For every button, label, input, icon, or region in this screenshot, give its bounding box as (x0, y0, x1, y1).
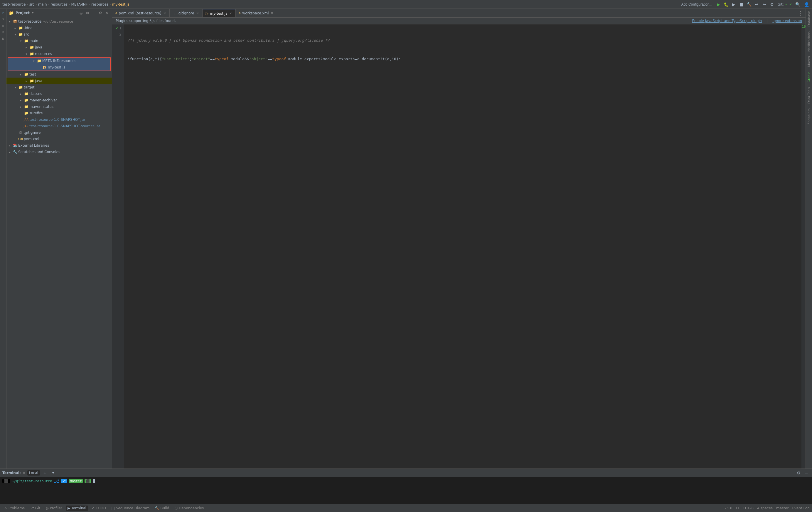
terminal-close-icon[interactable]: ✕ (23, 471, 26, 475)
status-indent[interactable]: 4 spaces (757, 506, 773, 510)
tree-item-test[interactable]: 📁 test (6, 71, 112, 78)
tree-item-metainf[interactable]: 📁 META-INF.resources (8, 58, 110, 64)
code-content[interactable]: /*! jQuery v3.6.0 | (c) OpenJS Foundatio… (124, 24, 802, 468)
tab-gitignore[interactable]: ⋮ .gitignore ✕ (170, 9, 203, 17)
tree-item-jar1[interactable]: JAR test-resource-1.0-SNAPSHOT.jar (6, 116, 112, 123)
right-tab-endpoints[interactable]: Endpoints (806, 106, 812, 127)
tab-close-gitignore[interactable]: ✕ (196, 11, 199, 15)
status-branch[interactable]: master (776, 506, 788, 510)
breadcrumb-src[interactable]: src (29, 2, 35, 6)
tree-item-surefire[interactable]: 📁 surefire (6, 110, 112, 116)
git-check2: ✓ (789, 2, 792, 6)
tree-settings-icon[interactable]: ⚙ (98, 10, 103, 16)
project-sidebar-btn[interactable]: P (0, 10, 6, 16)
tree-item-classes[interactable]: 📁 classes (6, 90, 112, 97)
breadcrumb-resources2[interactable]: resources (91, 2, 108, 6)
tab-my-test-js[interactable]: JS my-test.js ✕ (203, 9, 236, 17)
run-with-coverage-button[interactable]: ▶ (730, 1, 737, 8)
tree-item-ext-libs[interactable]: 📚 External Libraries (6, 142, 112, 149)
terminal-settings-icon[interactable]: ⚙ (795, 470, 802, 476)
bookmarks-sidebar-btn[interactable]: B (0, 23, 6, 29)
search-button[interactable]: 🔍 (794, 1, 801, 8)
tab-workspace-xml[interactable]: X workspace.xml ✕ (236, 9, 277, 17)
bottom-tab-build[interactable]: 🔨 Build (153, 506, 171, 511)
tree-item-gitignore[interactable]: GI .gitignore (6, 129, 112, 136)
structure-sidebar-btn[interactable]: S (0, 17, 6, 22)
tree-arrow-main (19, 39, 23, 43)
tab-icon-workspace: X (239, 11, 241, 15)
bottom-tab-problems[interactable]: ⚠ Problems (2, 506, 26, 511)
tree-item-scratches[interactable]: 🔧 Scratches and Consoles (6, 149, 112, 155)
user-icon[interactable]: 👤 (803, 1, 810, 8)
bottom-tab-profiler[interactable]: ◎ Profiler (44, 506, 64, 511)
settings-button[interactable]: ⚙ (768, 1, 775, 8)
tab-close-pom[interactable]: ✕ (163, 11, 167, 15)
status-line[interactable]: 2:18 (725, 506, 732, 510)
tree-item-src[interactable]: 📁 src (6, 31, 112, 37)
stop-button[interactable]: ■ (738, 1, 745, 8)
tree-item-test-java[interactable]: 📁 java (6, 78, 112, 84)
right-tab-notifications[interactable]: Notifications (806, 29, 812, 54)
undo-button[interactable]: ↩ (753, 1, 760, 8)
terminal-add-tab[interactable]: + (42, 470, 48, 476)
breadcrumb-metainf[interactable]: META-INF (71, 2, 88, 6)
tree-item-java1[interactable]: 📁 java (6, 44, 112, 51)
bottom-tab-todo[interactable]: ✓ TODO (90, 506, 108, 511)
tree-item-main[interactable]: 📁 main (6, 37, 112, 44)
breadcrumb-root[interactable]: test-resource (2, 2, 26, 6)
status-charset[interactable]: UTF-8 (743, 506, 754, 510)
tree-arrow-metainf (32, 59, 36, 63)
right-tab-database[interactable]: Database (806, 9, 812, 29)
code-string-2c: "object" (249, 57, 268, 61)
status-encoding[interactable]: LF (736, 506, 740, 510)
add-configuration-button[interactable]: Add Configuration... (679, 2, 714, 7)
profiler-icon: ◎ (46, 506, 49, 510)
tree-item-idea[interactable]: 📁 .idea (6, 25, 112, 31)
enable-plugin-link[interactable]: Enable JavaScript and TypeScript plugin (692, 19, 762, 23)
breadcrumb-main[interactable]: main (38, 2, 47, 6)
tree-item-mytestjs[interactable]: JS my-test.js (8, 64, 110, 71)
terminal-path: ~/git/test-resource (12, 479, 52, 483)
tree-item-pom[interactable]: XML pom.xml (6, 136, 112, 142)
notifications-sidebar-btn[interactable]: N (0, 36, 6, 42)
tree-item-maven-status[interactable]: 📁 maven-status (6, 104, 112, 110)
ignore-extension-link[interactable]: Ignore extension (773, 19, 802, 23)
tab-close-workspace[interactable]: ✕ (270, 11, 274, 15)
tabs-more-button[interactable]: ⋮ (798, 10, 806, 16)
pull-requests-sidebar-btn[interactable]: P (0, 29, 6, 35)
tree-item-resources[interactable]: 📁 resources (6, 51, 112, 57)
right-tab-maven[interactable]: Maven (806, 54, 812, 69)
status-event-log[interactable]: Event Log (792, 506, 810, 510)
tree-item-target[interactable]: 📁 target (6, 84, 112, 90)
bottom-tab-terminal[interactable]: ▶ Terminal (66, 506, 88, 511)
terminal-tab-dropdown[interactable]: ▾ (50, 470, 56, 476)
breadcrumb-resources[interactable]: resources (51, 2, 67, 6)
collapse-all-icon[interactable]: ⊟ (91, 10, 96, 16)
tab-close-js[interactable]: ✕ (229, 11, 232, 15)
tab-pom-xml[interactable]: X pom.xml (test-resource) ✕ (112, 9, 170, 17)
tree-item-maven-archiver[interactable]: 📁 maven-archiver (6, 97, 112, 104)
right-tab-gradle[interactable]: Gradle (806, 70, 812, 85)
terminal-body[interactable]: ⬛ ~/git/test-resource ⎇ ⎇ master ⬛ (0, 477, 812, 504)
bottom-tab-git[interactable]: ⎇ Git (28, 506, 42, 511)
terminal-tab-local[interactable]: Local (27, 470, 40, 476)
tree-item-root[interactable]: 📦 test-resource ~/git/test-resource (6, 18, 112, 25)
debug-button[interactable]: 🐛 (723, 1, 729, 8)
tree-label-java1: java (35, 45, 111, 49)
breadcrumb-file[interactable]: my-test.js (112, 2, 129, 6)
run-button[interactable]: ▶ (715, 1, 722, 8)
terminal-minimize-icon[interactable]: − (803, 470, 810, 476)
redo-button[interactable]: ↪ (761, 1, 767, 8)
editor-scrollbar: 161 (802, 24, 806, 468)
locate-file-icon[interactable]: ◎ (78, 10, 84, 16)
bottom-tab-dependencies[interactable]: ⬡ Dependencies (173, 506, 205, 511)
expand-all-icon[interactable]: ⊞ (85, 10, 90, 16)
terminal-cursor (93, 479, 95, 483)
tree-arrow-empty (37, 65, 41, 70)
build-button[interactable]: 🔨 (746, 1, 752, 8)
right-tab-datatools[interactable]: Data Tools (806, 85, 812, 106)
bottom-tab-sequence[interactable]: ◫ Sequence Diagram (110, 506, 151, 511)
git-tab-icon: ⎇ (30, 506, 34, 510)
close-panel-icon[interactable]: ✕ (104, 10, 110, 16)
tree-item-jar2[interactable]: JAR test-resource-1.0-SNAPSHOT-sources.j… (6, 123, 112, 129)
